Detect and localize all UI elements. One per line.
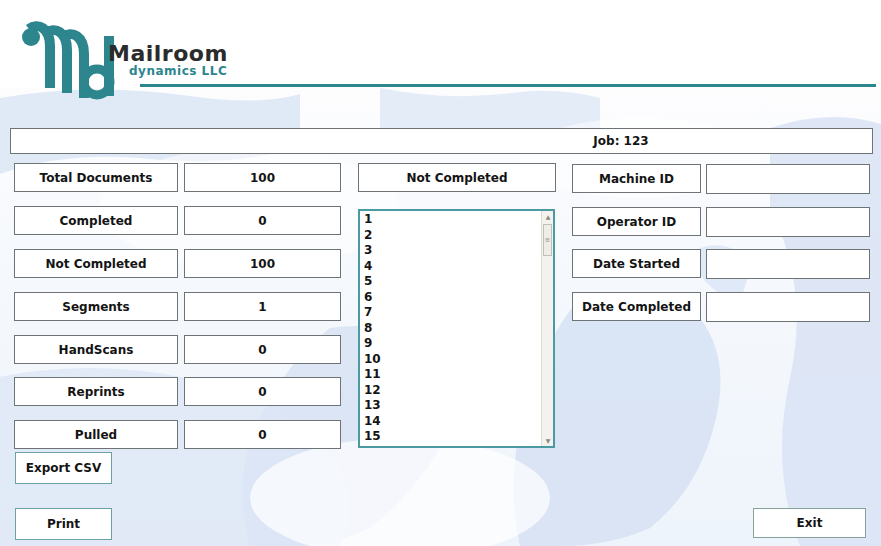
logo-subtitle: dynamics LLC xyxy=(129,64,227,78)
scrollbar-thumb[interactable]: ≡ xyxy=(543,224,552,256)
detail-label-date-completed: Date Completed xyxy=(572,292,701,321)
date-completed-field[interactable] xyxy=(706,292,870,322)
stat-value-total-documents: 100 xyxy=(184,163,341,192)
operator-id-field[interactable] xyxy=(706,207,870,237)
list-item[interactable]: 10 xyxy=(360,352,540,368)
list-item[interactable]: 12 xyxy=(360,383,540,399)
stat-value-handscans: 0 xyxy=(184,335,341,364)
not-completed-items: 1 2 3 4 5 6 7 8 9 10 11 12 13 14 15 xyxy=(360,212,540,446)
not-completed-header: Not Completed xyxy=(358,163,556,192)
stat-label-total-documents: Total Documents xyxy=(14,163,178,192)
stat-label-handscans: HandScans xyxy=(14,335,178,364)
stat-value-completed: 0 xyxy=(184,206,341,235)
list-item[interactable]: 7 xyxy=(360,305,540,321)
stat-value-not-completed: 100 xyxy=(184,249,341,278)
stat-value-segments: 1 xyxy=(184,292,341,321)
exit-button[interactable]: Exit xyxy=(753,508,866,538)
stat-value-reprints: 0 xyxy=(184,377,341,406)
stat-value-pulled: 0 xyxy=(184,420,341,449)
list-item[interactable]: 8 xyxy=(360,321,540,337)
window: Mailroom dynamics LLC Job: 123 Total Doc… xyxy=(0,0,881,546)
stat-label-pulled: Pulled xyxy=(14,420,178,449)
list-item[interactable]: 13 xyxy=(360,398,540,414)
logo-title: Mailroom xyxy=(108,41,228,66)
detail-label-date-started: Date Started xyxy=(572,249,701,278)
scroll-up-icon[interactable]: ▲ xyxy=(542,211,554,222)
stat-label-not-completed: Not Completed xyxy=(14,249,178,278)
job-number-label: Job: 123 xyxy=(541,134,701,148)
list-item[interactable]: 3 xyxy=(360,243,540,259)
list-item[interactable]: 14 xyxy=(360,414,540,430)
listbox-scrollbar[interactable]: ▲ ≡ ▼ xyxy=(541,211,553,446)
stat-label-completed: Completed xyxy=(14,206,178,235)
detail-label-operator-id: Operator ID xyxy=(572,207,701,236)
list-item[interactable]: 11 xyxy=(360,367,540,383)
scroll-down-icon[interactable]: ▼ xyxy=(542,435,554,446)
stat-label-segments: Segments xyxy=(14,292,178,321)
print-button[interactable]: Print xyxy=(15,508,112,540)
list-item[interactable]: 1 xyxy=(360,212,540,228)
job-bar: Job: 123 xyxy=(10,128,873,154)
list-item[interactable]: 2 xyxy=(360,228,540,244)
list-item[interactable]: 6 xyxy=(360,290,540,306)
mailroom-logo-icon xyxy=(22,10,122,102)
list-item[interactable]: 5 xyxy=(360,274,540,290)
list-item[interactable]: 4 xyxy=(360,259,540,275)
detail-label-machine-id: Machine ID xyxy=(572,164,701,193)
mailroom-logo: Mailroom dynamics LLC xyxy=(22,8,362,100)
machine-id-field[interactable] xyxy=(706,164,870,194)
list-item[interactable]: 9 xyxy=(360,336,540,352)
export-csv-button[interactable]: Export CSV xyxy=(15,452,112,484)
date-started-field[interactable] xyxy=(706,249,870,279)
list-item[interactable]: 15 xyxy=(360,429,540,445)
stat-label-reprints: Reprints xyxy=(14,377,178,406)
not-completed-listbox[interactable]: 1 2 3 4 5 6 7 8 9 10 11 12 13 14 15 ▲ ≡ … xyxy=(358,209,555,448)
